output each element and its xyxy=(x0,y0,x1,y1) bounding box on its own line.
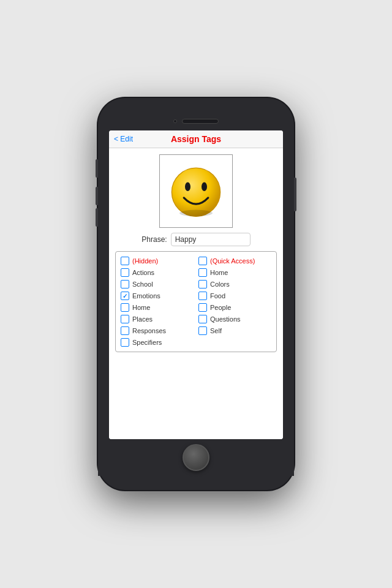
tag-item-school: School xyxy=(121,280,194,288)
phone-screen: < Edit Assign Tags xyxy=(109,130,283,439)
tag-label-specifiers: Specifiers xyxy=(132,339,162,346)
tag-label-colors: Colors xyxy=(210,281,230,288)
tag-item-people: People xyxy=(198,303,271,312)
content-area: Phrase: (Hidden)ActionsSchoolEmotionsHom… xyxy=(109,148,283,439)
home-button[interactable] xyxy=(183,444,209,471)
phone-frame: < Edit Assign Tags xyxy=(98,98,294,490)
tag-item-home-r: Home xyxy=(198,268,271,277)
checkbox-specifiers[interactable] xyxy=(121,338,129,347)
tag-item-responses: Responses xyxy=(121,326,194,335)
phrase-input[interactable] xyxy=(171,233,251,246)
svg-point-3 xyxy=(202,183,207,191)
tag-label-home-r: Home xyxy=(210,269,228,276)
tag-item-emotions: Emotions xyxy=(121,292,194,300)
checkbox-emotions[interactable] xyxy=(121,292,129,300)
phone-top-notch xyxy=(173,112,219,130)
tags-box: (Hidden)ActionsSchoolEmotionsHomePlacesR… xyxy=(115,251,277,352)
tag-label-places: Places xyxy=(132,315,153,323)
svg-point-1 xyxy=(179,210,213,217)
checkbox-actions[interactable] xyxy=(121,268,129,277)
camera-dot xyxy=(173,119,177,123)
tag-label-actions: Actions xyxy=(132,269,154,276)
checkbox-home-l[interactable] xyxy=(121,303,129,312)
phrase-label: Phrase: xyxy=(141,235,167,244)
checkbox-responses[interactable] xyxy=(121,326,129,335)
tag-label-food: Food xyxy=(210,292,225,300)
checkbox-colors[interactable] xyxy=(198,280,207,288)
smiley-icon xyxy=(168,164,224,219)
svg-point-2 xyxy=(185,183,190,191)
tag-label-responses: Responses xyxy=(132,327,166,334)
home-button-area xyxy=(98,439,294,476)
tag-label-quick-access: (Quick Access) xyxy=(210,257,255,265)
tag-item-food: Food xyxy=(198,292,271,300)
tags-columns: (Hidden)ActionsSchoolEmotionsHomePlacesR… xyxy=(121,257,271,347)
tag-item-actions: Actions xyxy=(121,268,194,277)
tag-item-hidden: (Hidden) xyxy=(121,257,194,265)
tag-item-specifiers: Specifiers xyxy=(121,338,194,347)
tag-item-self: Self xyxy=(198,326,271,335)
right-column: (Quick Access)HomeColorsFoodPeopleQuesti… xyxy=(198,257,271,347)
page-title: Assign Tags xyxy=(171,134,221,144)
tag-item-quick-access: (Quick Access) xyxy=(198,257,271,265)
checkbox-quick-access[interactable] xyxy=(198,257,207,265)
tag-label-self: Self xyxy=(210,327,222,334)
tag-label-home-l: Home xyxy=(132,304,150,311)
left-column: (Hidden)ActionsSchoolEmotionsHomePlacesR… xyxy=(121,257,194,347)
tag-label-hidden: (Hidden) xyxy=(132,257,158,265)
checkbox-questions[interactable] xyxy=(198,315,207,323)
nav-bar: < Edit Assign Tags xyxy=(109,130,283,148)
checkbox-home-r[interactable] xyxy=(198,268,207,277)
tag-item-places: Places xyxy=(121,315,194,323)
checkbox-food[interactable] xyxy=(198,292,207,300)
checkbox-people[interactable] xyxy=(198,303,207,312)
checkbox-hidden[interactable] xyxy=(121,257,129,265)
image-frame xyxy=(159,154,233,228)
back-button[interactable]: < Edit xyxy=(114,135,133,143)
checkbox-school[interactable] xyxy=(121,280,129,288)
tag-item-questions: Questions xyxy=(198,315,271,323)
phrase-row: Phrase: xyxy=(115,233,277,246)
tag-label-questions: Questions xyxy=(210,315,241,323)
checkbox-self[interactable] xyxy=(198,326,207,335)
svg-point-0 xyxy=(172,168,220,216)
tag-label-emotions: Emotions xyxy=(132,292,160,300)
tag-label-school: School xyxy=(132,281,153,288)
tag-label-people: People xyxy=(210,304,231,311)
tag-item-home-l: Home xyxy=(121,303,194,312)
tag-item-colors: Colors xyxy=(198,280,271,288)
checkbox-places[interactable] xyxy=(121,315,129,323)
speaker-grille xyxy=(182,119,219,124)
